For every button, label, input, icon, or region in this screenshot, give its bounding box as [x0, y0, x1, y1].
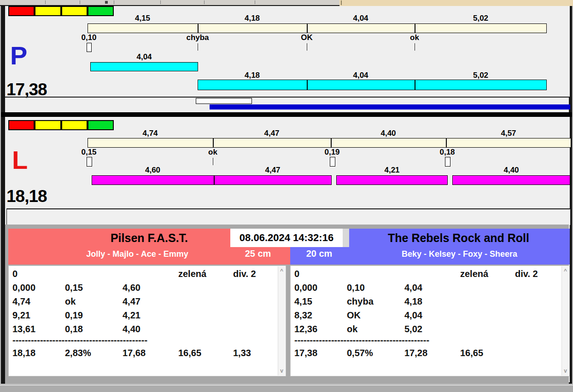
table-cell: 16,65	[460, 348, 483, 358]
bottom-window-strip	[0, 385, 573, 392]
table-cell: OK	[347, 310, 361, 321]
plan-bar-divider	[307, 23, 308, 33]
separator-row: ----------------------------------------…	[294, 335, 429, 346]
scroll-up-icon[interactable]: ^	[278, 268, 285, 274]
plan-segment-time: 4,57	[446, 129, 571, 138]
table-row-summary: 17,380,57%17,2816,65	[291, 348, 569, 362]
table-row: 4,15chyba4,18	[291, 296, 569, 310]
datetime-display: 08.06.2024 14:32:16	[230, 229, 349, 247]
table-cell: 4,15	[294, 296, 312, 307]
table-row: 0,0000,154,60	[9, 282, 286, 296]
total-time-l: 18,18	[6, 188, 47, 205]
traffic-light-yellow	[61, 6, 88, 16]
table-cell: 0,000	[294, 282, 317, 293]
scroll-up-icon[interactable]: ^	[562, 268, 569, 274]
run-segment-time: 5,02	[415, 71, 547, 80]
mark-label: ok	[194, 148, 231, 156]
run-bar-divider	[307, 80, 308, 90]
team-right-members: Beky - Kelsey - Foxy - Sheera	[352, 249, 567, 259]
strip-divider	[80, 0, 80, 4]
progress-marker-box	[196, 98, 252, 104]
table-cell: 4,18	[404, 296, 422, 307]
panel-divider	[1, 112, 572, 117]
table-cell: 2,83%	[65, 348, 91, 358]
results-panel-left[interactable]: 0zelenádiv. 2 0,0000,154,60 4,74ok4,47 9…	[8, 265, 286, 376]
traffic-light-green	[88, 120, 114, 130]
mark-tick-box	[87, 157, 92, 167]
run-segment-time: 4,04	[90, 53, 198, 61]
table-cell: 9,21	[12, 310, 30, 321]
scroll-down-icon[interactable]: v	[562, 368, 569, 374]
mark-tick-box	[330, 157, 335, 167]
table-cell: ok	[65, 296, 76, 307]
mark-tick-box	[445, 157, 450, 167]
team-right-size: 20 cm	[292, 248, 347, 259]
table-cell: 0,57%	[347, 348, 373, 358]
table-cell: 0,19	[65, 310, 83, 321]
table-cell: 13,61	[12, 324, 35, 334]
run-bar-divider	[214, 175, 215, 185]
table-cell: 4,40	[123, 324, 140, 334]
table-cell: 0	[12, 269, 18, 279]
run-bar-p1	[90, 62, 198, 71]
table-row: 9,210,194,21	[9, 310, 286, 324]
plan-bar-p	[88, 23, 547, 33]
strip-divider	[45, 0, 46, 4]
mark-label: chyba	[179, 34, 216, 42]
total-time-p: 17,38	[6, 81, 47, 98]
table-row-summary: 18,182,83%17,6816,651,33	[9, 348, 286, 362]
mark-label: 0,19	[314, 148, 351, 156]
table-cell: 8,32	[294, 310, 312, 321]
team-right-name: The Rebels Rock and Roll	[349, 231, 568, 245]
table-cell: 4,04	[404, 282, 422, 293]
run-segment-time: 4,47	[214, 166, 332, 174]
progress-bar	[210, 104, 570, 110]
traffic-light-red	[8, 120, 35, 130]
run-segment-time: 4,04	[307, 71, 415, 80]
traffic-light-red	[8, 6, 35, 16]
table-cell: zelená	[178, 269, 206, 279]
empty-lane-strip	[6, 208, 570, 225]
run-segment-time: 4,60	[92, 166, 214, 174]
strip-divider	[114, 0, 114, 4]
plan-segment-time: 5,02	[415, 14, 547, 23]
table-cell: 4,60	[123, 282, 140, 293]
plan-bar-divider	[213, 138, 214, 148]
scroll-down-icon[interactable]: v	[278, 368, 285, 374]
table-cell: div. 2	[515, 269, 538, 279]
run-bar-l2	[336, 175, 448, 185]
tan-strip-divider	[341, 0, 342, 5]
mark-label: 0,15	[75, 148, 103, 156]
plan-segment-time: 4,47	[213, 129, 331, 138]
mark-label: OK	[288, 34, 325, 42]
table-cell: 0,000	[12, 282, 35, 293]
team-left-members: Jolly - Majlo - Ace - Emmy	[8, 249, 266, 259]
traffic-light-yellow	[35, 120, 61, 130]
top-tan-strip	[339, 0, 573, 6]
strip-mark	[105, 1, 108, 4]
mark-label: 0,10	[75, 34, 103, 42]
table-cell: 4,04	[404, 310, 422, 321]
traffic-light-yellow	[35, 6, 61, 16]
table-cell: 0	[294, 269, 299, 279]
separator-row: ----------------------------------------…	[12, 335, 147, 346]
scrollbar[interactable]: ^ v	[561, 266, 569, 375]
table-cell: 16,65	[178, 348, 201, 358]
table-cell: 0,18	[65, 324, 83, 334]
table-cell: 18,18	[12, 348, 35, 358]
run-segment-time: 4,40	[452, 166, 570, 174]
strip-divider	[204, 0, 205, 4]
results-panel-right[interactable]: 0zelenádiv. 2 0,0000,104,04 4,15chyba4,1…	[290, 265, 570, 376]
table-cell: 1,33	[233, 348, 251, 358]
run-bar-p2	[198, 80, 547, 90]
top-window-strip	[0, 0, 339, 6]
table-cell: 4,74	[12, 296, 30, 307]
strip-divider	[160, 0, 161, 4]
panel-letter-l: L	[12, 147, 28, 173]
scrollbar[interactable]: ^ v	[278, 266, 285, 375]
plan-segment-time: 4,74	[88, 129, 213, 138]
plan-bar-divider	[198, 23, 199, 33]
strip-divider	[255, 0, 255, 4]
table-cell: div. 2	[233, 269, 256, 279]
mark-tick-box	[87, 43, 92, 52]
